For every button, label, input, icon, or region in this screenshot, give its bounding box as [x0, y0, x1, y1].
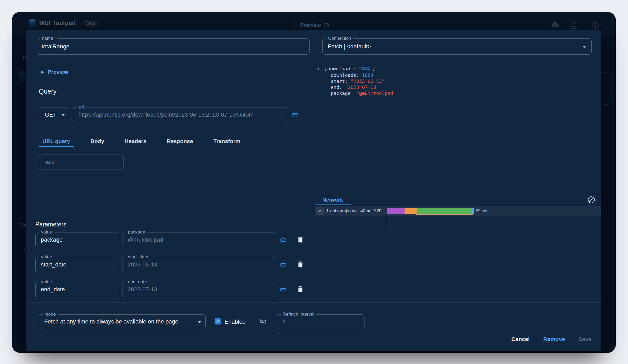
preview-accordion-label: Preview	[48, 69, 68, 75]
json-key: downloads:	[331, 72, 359, 78]
param-value-label: value	[39, 230, 54, 235]
waterfall-segment-purple	[387, 208, 405, 214]
tab-headers[interactable]: Headers	[121, 136, 150, 147]
json-value: 1884	[362, 72, 373, 78]
connection-select-label: Connection	[326, 36, 353, 41]
tab-body[interactable]: Body	[87, 136, 108, 147]
save-button[interactable]: Save	[579, 336, 592, 342]
url-field-label: url	[77, 105, 86, 110]
param-value-label: value	[39, 254, 54, 260]
url-field[interactable]: url https://api.npmjs.org/downloads/poin…	[73, 107, 287, 122]
link-off-icon[interactable]	[259, 318, 267, 326]
panel-divider	[315, 62, 315, 302]
json-summary-number: 1884…	[358, 66, 373, 71]
param-link-icon[interactable]	[279, 236, 287, 245]
enabled-label: Enabled	[225, 318, 246, 325]
json-root-row[interactable]: ▼{downloads: 1884…}	[317, 66, 396, 72]
param-link-icon[interactable]	[279, 286, 287, 294]
tab-url-query[interactable]: URL query	[39, 136, 74, 147]
param-value-field[interactable]: value package	[35, 232, 118, 247]
param-binding-text: @mui/toolpad	[128, 236, 270, 243]
param-binding-text: 2023-06-13	[128, 261, 270, 268]
param-link-icon[interactable]	[279, 261, 287, 270]
param-value-field[interactable]: value end_date	[35, 282, 118, 297]
chevron-down-icon	[582, 46, 586, 48]
tab-network[interactable]: Network	[315, 194, 351, 205]
json-entry: package: "@mui/toolpad"	[317, 90, 396, 96]
mode-select-value: Fetch at any time to always be available…	[44, 318, 195, 325]
name-field[interactable]: name* totalRange	[36, 38, 310, 55]
param-binding-label: package	[126, 230, 147, 235]
http-method-value: GET	[45, 111, 60, 118]
query-editor-dialog: name* totalRange Connection Fetch | <def…	[26, 30, 601, 351]
field-input[interactable]: field	[39, 155, 124, 169]
connection-select-value: Fetch | <default>	[328, 43, 587, 50]
connection-select[interactable]: Connection Fetch | <default>	[322, 38, 592, 55]
param-value-label: value	[39, 279, 54, 285]
json-key: start:	[331, 78, 348, 84]
param-delete-icon[interactable]	[296, 260, 304, 269]
json-entry: end: "2023-07-13"	[317, 84, 396, 90]
refetch-interval-field[interactable]: Refetch interval s	[277, 314, 365, 329]
url-binding-link-icon[interactable]	[291, 111, 299, 120]
param-binding-field[interactable]: start_date 2023-06-13	[122, 257, 275, 272]
query-heading: Query	[39, 88, 57, 95]
remove-button[interactable]: Remove	[543, 336, 565, 342]
chevron-down-icon	[61, 114, 65, 116]
js-badge: JS	[316, 207, 324, 215]
param-value-text: end_date	[41, 286, 113, 293]
param-value-text: package	[41, 236, 113, 243]
json-value: "2023-07-13"	[345, 84, 379, 90]
waterfall-segment-blue	[472, 208, 474, 214]
refetch-interval-value: s	[282, 318, 360, 325]
play-arrow-icon: ▶	[41, 70, 44, 74]
tab-response[interactable]: Response	[163, 136, 197, 147]
param-value-field[interactable]: value start_date	[35, 257, 118, 272]
check-icon: ✓	[216, 319, 220, 324]
json-key: end:	[331, 84, 342, 90]
param-value-text: start_date	[41, 261, 113, 268]
tabs-divider	[39, 147, 303, 147]
param-binding-text: 2023-07-13	[128, 286, 270, 293]
http-method-select[interactable]: GET	[40, 107, 68, 122]
json-key: package:	[331, 90, 354, 96]
network-tabbar: Network	[315, 194, 601, 205]
parameters-heading: Parameters	[35, 221, 66, 228]
expand-arrow-icon[interactable]: ▼	[317, 66, 324, 72]
name-field-value: totalRange	[42, 43, 305, 50]
dialog-actions: Cancel Remove Save	[511, 336, 592, 342]
request-tabs: URL query Body Headers Response Transfor…	[39, 136, 244, 147]
json-entry: start: "2023-06-13"	[317, 78, 396, 84]
waterfall-bar	[387, 208, 474, 214]
mode-select[interactable]: mode Fetch at any time to always be avai…	[39, 314, 206, 329]
preview-accordion-toggle[interactable]: ▶ Preview	[41, 68, 68, 76]
header-divider	[26, 62, 601, 62]
name-field-label: name*	[40, 36, 57, 41]
chevron-down-icon	[198, 321, 201, 323]
tab-transform[interactable]: Transform	[210, 136, 244, 147]
json-summary-prefix: {downloads:	[324, 66, 358, 71]
cancel-button[interactable]: Cancel	[511, 336, 530, 342]
json-entry: downloads: 1884	[317, 72, 396, 78]
waterfall-segment-orange	[405, 208, 417, 214]
enabled-checkbox[interactable]: ✓	[215, 318, 221, 325]
network-request-label: 1 api.npmjs.org...40mui%2F	[326, 206, 385, 216]
request-duration: 69 ms	[476, 206, 487, 216]
param-delete-icon[interactable]	[296, 236, 304, 244]
json-value: "2023-06-13"	[351, 78, 385, 84]
refetch-interval-label: Refetch interval	[281, 312, 316, 317]
waterfall-substrip	[416, 214, 473, 215]
param-delete-icon[interactable]	[296, 285, 304, 294]
waterfall-segment-green	[417, 208, 472, 214]
result-json-tree: ▼{downloads: 1884…} downloads: 1884 star…	[317, 66, 396, 96]
param-binding-field[interactable]: package @mui/toolpad	[122, 232, 275, 247]
waterfall-start-line	[386, 206, 386, 227]
mode-select-label: mode	[43, 312, 58, 317]
clear-network-icon[interactable]	[588, 196, 595, 203]
url-field-value: https://api.npmjs.org/downloads/point/20…	[78, 111, 282, 118]
json-value: "@mui/toolpad"	[356, 90, 396, 96]
param-binding-field[interactable]: end_date 2023-07-13	[122, 282, 275, 297]
param-binding-label: start_date	[126, 254, 150, 260]
footer-divider	[26, 302, 601, 303]
json-summary-suffix: }	[373, 66, 375, 71]
